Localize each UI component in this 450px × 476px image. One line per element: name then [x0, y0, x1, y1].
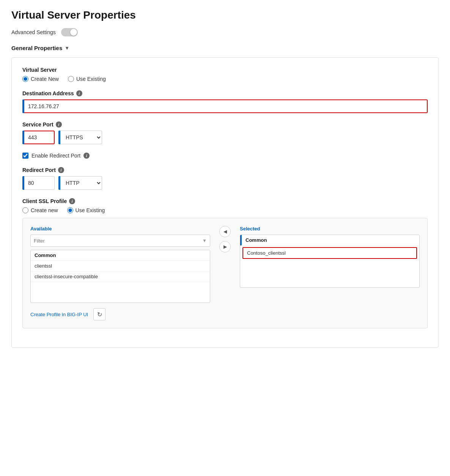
- create-profile-link[interactable]: Create Profile in BIG-IP UI: [30, 312, 88, 317]
- advanced-settings-row: Advanced Settings: [11, 28, 439, 36]
- available-list-box: Common clientssl clientssl-insecure-comp…: [30, 250, 210, 303]
- move-right-button[interactable]: ▶: [219, 241, 231, 252]
- redirect-port-info-icon[interactable]: i: [58, 167, 64, 173]
- advanced-settings-toggle[interactable]: [61, 28, 78, 36]
- general-properties-arrow-icon: ▼: [65, 45, 69, 51]
- virtual-server-create-new-label: Create New: [31, 76, 59, 82]
- virtual-server-use-existing-label: Use Existing: [76, 76, 106, 82]
- service-port-protocol-select[interactable]: HTTPS HTTP FTP: [60, 131, 102, 144]
- client-ssl-create-new-radio[interactable]: [22, 207, 28, 213]
- dual-list-layout: Available ▼ Common clientssl clientssl-i…: [30, 226, 420, 303]
- dual-list-container: Available ▼ Common clientssl clientssl-i…: [22, 218, 428, 328]
- virtual-server-radio-group: Create New Use Existing: [22, 76, 428, 82]
- bottom-row: Create Profile in BIG-IP UI ↻: [30, 308, 420, 320]
- virtual-server-label: Virtual Server: [22, 67, 428, 73]
- enable-redirect-port-checkbox[interactable]: [22, 153, 28, 159]
- advanced-settings-label: Advanced Settings: [11, 29, 56, 35]
- client-ssl-use-existing-option[interactable]: Use Existing: [67, 207, 105, 213]
- page-title: Virtual Server Properties: [11, 9, 439, 21]
- virtual-server-create-new-option[interactable]: Create New: [22, 76, 59, 82]
- virtual-server-create-new-radio[interactable]: [22, 76, 28, 82]
- move-left-button[interactable]: ◀: [219, 226, 231, 237]
- enable-redirect-port-info-icon[interactable]: i: [83, 153, 90, 159]
- enable-redirect-port-label: Enable Redirect Port: [31, 153, 80, 159]
- redirect-port-protocol-select[interactable]: HTTP HTTPS FTP: [60, 176, 102, 190]
- general-properties-section: Virtual Server Create New Use Existing D…: [11, 57, 439, 348]
- selected-item[interactable]: Contoso_clientssl: [242, 247, 417, 259]
- selected-panel-label: Selected: [240, 226, 420, 232]
- redirect-port-field-group: Redirect Port i HTTP HTTPS FTP: [22, 167, 428, 190]
- destination-address-input-wrap: [22, 99, 428, 113]
- available-panel: Available ▼ Common clientssl clientssl-i…: [30, 226, 210, 303]
- redirect-port-row: HTTP HTTPS FTP: [22, 176, 428, 190]
- virtual-server-field-group: Virtual Server Create New Use Existing: [22, 67, 428, 82]
- client-ssl-profile-field-group: Client SSL Profile i Create new Use Exis…: [22, 198, 428, 328]
- client-ssl-create-new-label: Create new: [31, 207, 58, 213]
- destination-address-label: Destination Address i: [22, 90, 428, 96]
- selected-panel: Selected Common Contoso_clientssl: [240, 226, 420, 288]
- service-port-info-icon[interactable]: i: [56, 121, 62, 128]
- available-panel-label: Available: [30, 226, 210, 232]
- redirect-port-label: Redirect Port i: [22, 167, 428, 173]
- general-properties-header: General Properties ▼: [11, 45, 439, 51]
- service-port-row: HTTPS HTTP FTP: [22, 131, 428, 144]
- client-ssl-use-existing-radio[interactable]: [67, 207, 73, 213]
- service-port-label: Service Port i: [22, 121, 428, 128]
- destination-address-info-icon[interactable]: i: [76, 90, 82, 96]
- redirect-port-input[interactable]: [24, 176, 55, 190]
- list-item[interactable]: clientssl: [31, 261, 210, 271]
- filter-input[interactable]: [34, 238, 202, 244]
- transfer-buttons: ◀ ▶: [216, 226, 234, 252]
- client-ssl-create-new-option[interactable]: Create new: [22, 207, 58, 213]
- available-group-header: Common: [31, 250, 210, 261]
- virtual-server-use-existing-option[interactable]: Use Existing: [68, 76, 106, 82]
- redirect-port-input-wrap: [22, 176, 55, 190]
- enable-redirect-port-row: Enable Redirect Port i: [22, 153, 428, 159]
- service-port-field-group: Service Port i HTTPS HTTP FTP: [22, 121, 428, 144]
- client-ssl-profile-label: Client SSL Profile i: [22, 198, 428, 204]
- client-ssl-use-existing-label: Use Existing: [76, 207, 105, 213]
- destination-address-input[interactable]: [24, 99, 428, 113]
- redirect-port-protocol-wrap: HTTP HTTPS FTP: [58, 176, 102, 190]
- selected-list-box: Common Contoso_clientssl: [240, 235, 420, 288]
- refresh-button[interactable]: ↻: [93, 308, 105, 320]
- filter-row: ▼: [30, 235, 210, 247]
- virtual-server-use-existing-radio[interactable]: [68, 76, 74, 82]
- selected-group-header: Common: [240, 235, 419, 246]
- service-port-input-wrap: [22, 131, 55, 144]
- service-port-protocol-wrap: HTTPS HTTP FTP: [58, 131, 102, 144]
- client-ssl-profile-radio-group: Create new Use Existing: [22, 207, 428, 213]
- list-item[interactable]: clientssl-insecure-compatible: [31, 271, 210, 282]
- filter-icon: ▼: [202, 238, 207, 243]
- service-port-input[interactable]: [24, 131, 55, 144]
- client-ssl-profile-info-icon[interactable]: i: [69, 198, 75, 204]
- destination-address-field-group: Destination Address i: [22, 90, 428, 113]
